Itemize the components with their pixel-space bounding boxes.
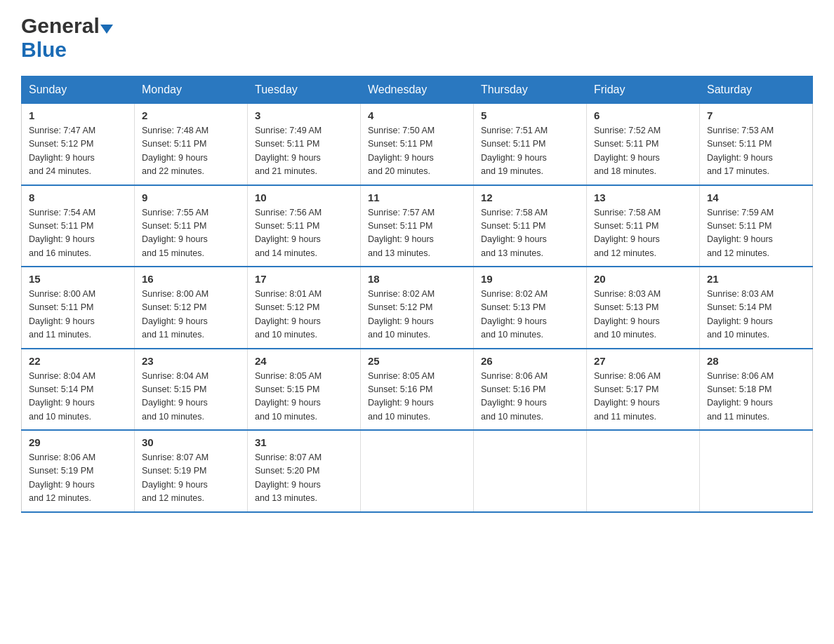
col-header-friday: Friday — [587, 76, 700, 104]
col-header-sunday: Sunday — [22, 76, 135, 104]
day-number: 15 — [29, 273, 127, 285]
day-number: 1 — [29, 109, 127, 121]
calendar-cell: 17Sunrise: 8:01 AMSunset: 5:12 PMDayligh… — [248, 267, 361, 349]
calendar-cell: 25Sunrise: 8:05 AMSunset: 5:16 PMDayligh… — [361, 349, 474, 431]
day-number: 29 — [29, 436, 127, 448]
calendar-cell: 23Sunrise: 8:04 AMSunset: 5:15 PMDayligh… — [135, 349, 248, 431]
calendar-cell: 26Sunrise: 8:06 AMSunset: 5:16 PMDayligh… — [474, 349, 587, 431]
day-number: 7 — [707, 109, 805, 121]
day-number: 4 — [368, 109, 466, 121]
calendar-week-row: 29Sunrise: 8:06 AMSunset: 5:19 PMDayligh… — [22, 430, 813, 512]
day-info: Sunrise: 8:06 AMSunset: 5:18 PMDaylight:… — [707, 370, 805, 424]
calendar-cell — [700, 430, 813, 512]
day-info: Sunrise: 7:49 AMSunset: 5:11 PMDaylight:… — [255, 124, 353, 179]
calendar-header-row: SundayMondayTuesdayWednesdayThursdayFrid… — [22, 76, 813, 104]
calendar-week-row: 15Sunrise: 8:00 AMSunset: 5:11 PMDayligh… — [22, 267, 813, 349]
day-info: Sunrise: 8:02 AMSunset: 5:13 PMDaylight:… — [481, 288, 579, 342]
calendar-cell — [474, 430, 587, 512]
day-info: Sunrise: 7:54 AMSunset: 5:11 PMDaylight:… — [29, 206, 127, 261]
calendar-cell — [361, 430, 474, 512]
calendar-cell: 9Sunrise: 7:55 AMSunset: 5:11 PMDaylight… — [135, 185, 248, 267]
day-info: Sunrise: 8:01 AMSunset: 5:12 PMDaylight:… — [255, 288, 353, 342]
day-number: 6 — [594, 109, 692, 121]
calendar-cell: 19Sunrise: 8:02 AMSunset: 5:13 PMDayligh… — [474, 267, 587, 349]
calendar-cell: 4Sunrise: 7:50 AMSunset: 5:11 PMDaylight… — [361, 104, 474, 185]
col-header-monday: Monday — [135, 76, 248, 104]
calendar-cell: 18Sunrise: 8:02 AMSunset: 5:12 PMDayligh… — [361, 267, 474, 349]
calendar-cell: 8Sunrise: 7:54 AMSunset: 5:11 PMDaylight… — [22, 185, 135, 267]
day-info: Sunrise: 8:03 AMSunset: 5:13 PMDaylight:… — [594, 288, 692, 342]
day-info: Sunrise: 8:06 AMSunset: 5:19 PMDaylight:… — [29, 451, 127, 506]
day-number: 17 — [255, 273, 353, 285]
calendar-cell: 15Sunrise: 8:00 AMSunset: 5:11 PMDayligh… — [22, 267, 135, 349]
day-number: 21 — [707, 273, 805, 285]
day-info: Sunrise: 7:53 AMSunset: 5:11 PMDaylight:… — [707, 124, 805, 179]
day-number: 5 — [481, 109, 579, 121]
col-header-saturday: Saturday — [700, 76, 813, 104]
logo: General Blue — [21, 14, 113, 62]
day-info: Sunrise: 8:02 AMSunset: 5:12 PMDaylight:… — [368, 288, 466, 342]
calendar-cell: 2Sunrise: 7:48 AMSunset: 5:11 PMDaylight… — [135, 104, 248, 185]
calendar-cell: 24Sunrise: 8:05 AMSunset: 5:15 PMDayligh… — [248, 349, 361, 431]
calendar-cell: 14Sunrise: 7:59 AMSunset: 5:11 PMDayligh… — [700, 185, 813, 267]
day-number: 25 — [368, 355, 466, 367]
calendar-cell: 27Sunrise: 8:06 AMSunset: 5:17 PMDayligh… — [587, 349, 700, 431]
day-info: Sunrise: 7:55 AMSunset: 5:11 PMDaylight:… — [142, 206, 240, 261]
calendar-week-row: 8Sunrise: 7:54 AMSunset: 5:11 PMDaylight… — [22, 185, 813, 267]
calendar-cell: 13Sunrise: 7:58 AMSunset: 5:11 PMDayligh… — [587, 185, 700, 267]
day-info: Sunrise: 7:59 AMSunset: 5:11 PMDaylight:… — [707, 206, 805, 261]
calendar-cell: 1Sunrise: 7:47 AMSunset: 5:12 PMDaylight… — [22, 104, 135, 185]
calendar-table: SundayMondayTuesdayWednesdayThursdayFrid… — [21, 76, 813, 513]
calendar-cell — [587, 430, 700, 512]
calendar-cell: 28Sunrise: 8:06 AMSunset: 5:18 PMDayligh… — [700, 349, 813, 431]
day-number: 8 — [29, 192, 127, 203]
day-number: 23 — [142, 355, 240, 367]
day-number: 19 — [481, 273, 579, 285]
day-info: Sunrise: 7:47 AMSunset: 5:12 PMDaylight:… — [29, 124, 127, 179]
day-info: Sunrise: 7:52 AMSunset: 5:11 PMDaylight:… — [594, 124, 692, 179]
day-number: 14 — [707, 192, 805, 203]
calendar-cell: 12Sunrise: 7:58 AMSunset: 5:11 PMDayligh… — [474, 185, 587, 267]
day-number: 22 — [29, 355, 127, 367]
calendar-cell: 3Sunrise: 7:49 AMSunset: 5:11 PMDaylight… — [248, 104, 361, 185]
logo-triangle-icon — [100, 25, 113, 34]
day-info: Sunrise: 8:00 AMSunset: 5:12 PMDaylight:… — [142, 288, 240, 342]
day-info: Sunrise: 8:04 AMSunset: 5:14 PMDaylight:… — [29, 370, 127, 424]
day-info: Sunrise: 8:04 AMSunset: 5:15 PMDaylight:… — [142, 370, 240, 424]
day-number: 9 — [142, 192, 240, 203]
calendar-cell: 22Sunrise: 8:04 AMSunset: 5:14 PMDayligh… — [22, 349, 135, 431]
day-info: Sunrise: 8:05 AMSunset: 5:16 PMDaylight:… — [368, 370, 466, 424]
calendar-cell: 31Sunrise: 8:07 AMSunset: 5:20 PMDayligh… — [248, 430, 361, 512]
day-info: Sunrise: 8:06 AMSunset: 5:17 PMDaylight:… — [594, 370, 692, 424]
col-header-tuesday: Tuesday — [248, 76, 361, 104]
day-number: 2 — [142, 109, 240, 121]
day-number: 10 — [255, 192, 353, 203]
day-number: 16 — [142, 273, 240, 285]
calendar-cell: 20Sunrise: 8:03 AMSunset: 5:13 PMDayligh… — [587, 267, 700, 349]
day-number: 28 — [707, 355, 805, 367]
day-number: 11 — [368, 192, 466, 203]
calendar-week-row: 1Sunrise: 7:47 AMSunset: 5:12 PMDaylight… — [22, 104, 813, 185]
calendar-cell: 21Sunrise: 8:03 AMSunset: 5:14 PMDayligh… — [700, 267, 813, 349]
day-number: 12 — [481, 192, 579, 203]
calendar-cell: 7Sunrise: 7:53 AMSunset: 5:11 PMDaylight… — [700, 104, 813, 185]
col-header-wednesday: Wednesday — [361, 76, 474, 104]
day-info: Sunrise: 7:51 AMSunset: 5:11 PMDaylight:… — [481, 124, 579, 179]
day-info: Sunrise: 8:03 AMSunset: 5:14 PMDaylight:… — [707, 288, 805, 342]
day-info: Sunrise: 7:57 AMSunset: 5:11 PMDaylight:… — [368, 206, 466, 261]
calendar-cell: 29Sunrise: 8:06 AMSunset: 5:19 PMDayligh… — [22, 430, 135, 512]
day-number: 26 — [481, 355, 579, 367]
col-header-thursday: Thursday — [474, 76, 587, 104]
day-info: Sunrise: 7:58 AMSunset: 5:11 PMDaylight:… — [481, 206, 579, 261]
day-info: Sunrise: 8:00 AMSunset: 5:11 PMDaylight:… — [29, 288, 127, 342]
logo-general-text: General — [21, 14, 100, 38]
page-header: General Blue — [21, 14, 813, 62]
day-number: 18 — [368, 273, 466, 285]
day-info: Sunrise: 8:07 AMSunset: 5:20 PMDaylight:… — [255, 451, 353, 506]
day-number: 30 — [142, 436, 240, 448]
day-info: Sunrise: 8:05 AMSunset: 5:15 PMDaylight:… — [255, 370, 353, 424]
day-number: 20 — [594, 273, 692, 285]
day-info: Sunrise: 7:50 AMSunset: 5:11 PMDaylight:… — [368, 124, 466, 179]
day-number: 27 — [594, 355, 692, 367]
day-number: 13 — [594, 192, 692, 203]
